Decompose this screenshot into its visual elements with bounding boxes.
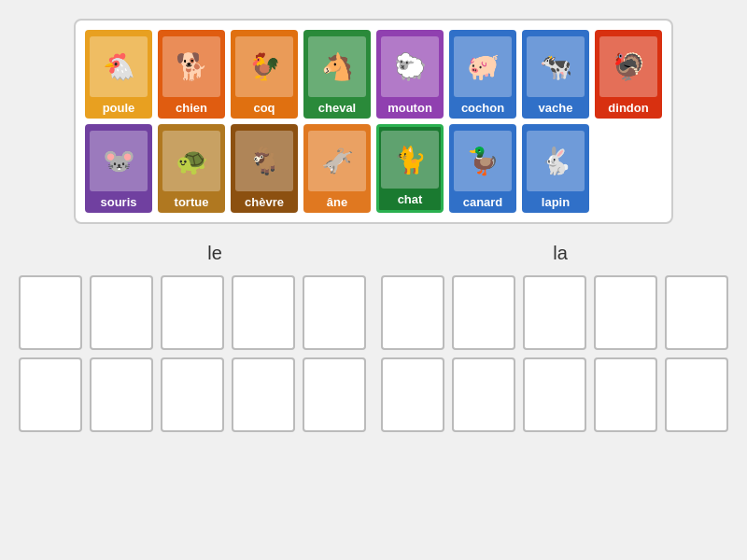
animal-label-cochon: cochon — [461, 101, 504, 115]
animal-row-2: 🐭souris🐢tortue🐐chèvre🫏âne🐈chat🦆canard🐇la… — [85, 124, 662, 213]
animal-label-poule: poule — [103, 101, 135, 115]
animal-image-tortue: 🐢 — [162, 131, 220, 191]
label-le: le — [47, 243, 383, 264]
animal-card-chèvre[interactable]: 🐐chèvre — [231, 124, 298, 213]
animal-image-cheval: 🐴 — [308, 36, 366, 97]
animal-grid-container: 🐔poule🐕chien🐓coq🐴cheval🐑mouton🐖cochon🐄va… — [74, 19, 673, 224]
animal-label-vache: vache — [539, 101, 573, 115]
animal-image-coq: 🐓 — [235, 36, 293, 97]
animal-row-1: 🐔poule🐕chien🐓coq🐴cheval🐑mouton🐖cochon🐄va… — [85, 30, 662, 119]
animal-card-poule[interactable]: 🐔poule — [85, 30, 152, 119]
animal-card-cochon[interactable]: 🐖cochon — [449, 30, 516, 119]
drop-zone[interactable] — [232, 275, 295, 350]
animal-card-chat[interactable]: 🐈chat — [376, 124, 444, 213]
drop-zone[interactable] — [19, 275, 82, 350]
animal-card-souris[interactable]: 🐭souris — [85, 124, 152, 213]
drop-zone[interactable] — [452, 275, 515, 350]
animal-image-chat: 🐈 — [381, 131, 439, 189]
drop-zone[interactable] — [452, 357, 515, 432]
animal-image-mouton: 🐑 — [381, 36, 439, 97]
animal-card-chien[interactable]: 🐕chien — [158, 30, 225, 119]
animal-image-vache: 🐄 — [527, 36, 585, 97]
drop-zone[interactable] — [90, 357, 153, 432]
drop-row-1 — [19, 275, 728, 350]
drop-labels-row: le la — [19, 243, 728, 264]
animal-card-vache[interactable]: 🐄vache — [522, 30, 589, 119]
animal-label-lapin: lapin — [542, 195, 570, 209]
drop-zones-left-1 — [19, 275, 366, 350]
animal-label-canard: canard — [463, 195, 503, 209]
drop-zones-right-1 — [381, 275, 728, 350]
animal-card-canard[interactable]: 🦆canard — [449, 124, 516, 213]
animal-card-lapin[interactable]: 🐇lapin — [522, 124, 589, 213]
animal-label-tortue: tortue — [175, 195, 209, 209]
animal-image-dindon: 🦃 — [599, 36, 657, 97]
drop-zone[interactable] — [665, 357, 728, 432]
animal-image-souris: 🐭 — [90, 131, 148, 191]
animal-image-lapin: 🐇 — [527, 131, 585, 191]
animal-card-cheval[interactable]: 🐴cheval — [303, 30, 371, 119]
animal-card-coq[interactable]: 🐓coq — [231, 30, 298, 119]
drop-zone[interactable] — [381, 357, 444, 432]
drop-section: le la — [19, 243, 728, 432]
drop-zone[interactable] — [19, 357, 82, 432]
drop-zone[interactable] — [381, 275, 444, 350]
drop-zone[interactable] — [303, 275, 366, 350]
drop-zone[interactable] — [161, 275, 224, 350]
drop-zone[interactable] — [594, 357, 657, 432]
animal-label-chèvre: chèvre — [245, 195, 284, 209]
drop-zone[interactable] — [232, 357, 295, 432]
animal-label-mouton: mouton — [388, 101, 432, 115]
animal-label-dindon: dindon — [608, 101, 648, 115]
drop-row-2 — [19, 357, 728, 432]
animal-label-chat: chat — [398, 192, 423, 206]
animal-card-mouton[interactable]: 🐑mouton — [376, 30, 444, 119]
animal-image-âne: 🫏 — [308, 131, 366, 191]
drop-zone[interactable] — [303, 357, 366, 432]
animal-card-âne[interactable]: 🫏âne — [303, 124, 371, 213]
animal-image-chien: 🐕 — [162, 36, 220, 97]
drop-zone[interactable] — [523, 275, 586, 350]
drop-zone[interactable] — [523, 357, 586, 432]
drop-zones-left-2 — [19, 357, 366, 432]
animal-image-chèvre: 🐐 — [235, 131, 293, 191]
animal-label-âne: âne — [327, 195, 347, 209]
drop-zone[interactable] — [161, 357, 224, 432]
drop-zone[interactable] — [90, 275, 153, 350]
animal-image-cochon: 🐖 — [454, 36, 512, 97]
animal-label-souris: souris — [100, 195, 136, 209]
animal-label-chien: chien — [176, 101, 207, 115]
label-la: la — [392, 243, 728, 264]
drop-zone[interactable] — [665, 275, 728, 350]
animal-card-dindon[interactable]: 🦃dindon — [595, 30, 662, 119]
drop-zone[interactable] — [594, 275, 657, 350]
animal-label-cheval: cheval — [318, 101, 356, 115]
animal-image-canard: 🦆 — [454, 131, 512, 191]
drop-zones-right-2 — [381, 357, 728, 432]
animal-card-tortue[interactable]: 🐢tortue — [158, 124, 225, 213]
animal-image-poule: 🐔 — [90, 36, 148, 97]
animal-label-coq: coq — [253, 101, 275, 115]
